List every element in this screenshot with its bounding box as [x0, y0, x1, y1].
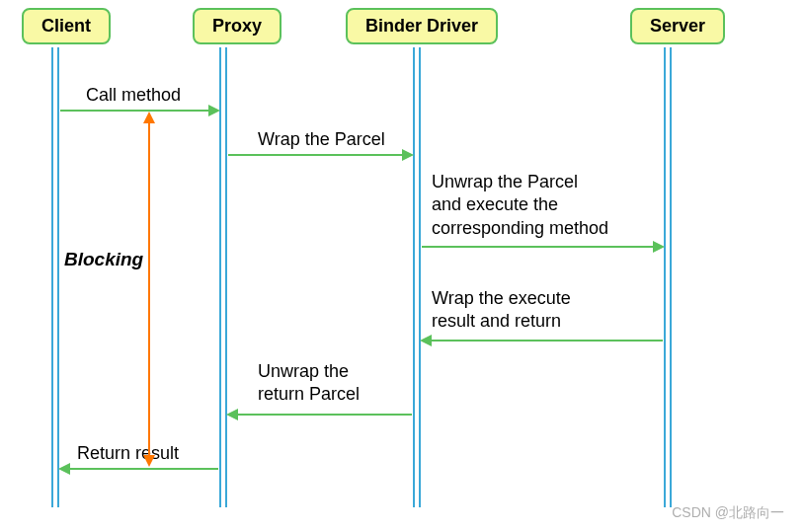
msg-unwrap-ret-l1: Unwrap the [258, 361, 349, 381]
msg-unwrap-ret-arrow [228, 414, 412, 416]
msg-wrap-result-l1: Wrap the execute [432, 288, 571, 308]
msg-wrap-result-l2: result and return [432, 311, 561, 331]
lifeline-client [51, 47, 59, 507]
msg-return-label: Return result [77, 443, 179, 464]
lifeline-server [664, 47, 672, 507]
lifeline-binder [413, 47, 421, 507]
msg-wrap-arrow [228, 154, 412, 156]
participant-server: Server [630, 8, 725, 44]
msg-unwrap-exec-arrow [422, 246, 663, 248]
msg-unwrap-ret-label: Unwrap the return Parcel [258, 360, 360, 407]
msg-return-arrow [60, 468, 218, 470]
participant-binder: Binder Driver [346, 8, 498, 44]
msg-call-label: Call method [86, 85, 181, 106]
msg-wrap-result-label: Wrap the execute result and return [432, 287, 571, 334]
msg-call-arrow [60, 110, 218, 112]
msg-unwrap-exec-l1: Unwrap the Parcel [432, 172, 578, 191]
lifeline-proxy [219, 47, 227, 507]
blocking-label: Blocking [64, 249, 143, 270]
watermark: CSDN @北路向一 [672, 504, 784, 522]
msg-unwrap-exec-label: Unwrap the Parcel and execute the corres… [432, 171, 608, 240]
participant-client: Client [22, 8, 111, 44]
msg-wrap-result-arrow [422, 340, 663, 342]
msg-unwrap-exec-l3: corresponding method [432, 218, 608, 238]
blocking-arrow [148, 114, 150, 465]
msg-unwrap-exec-l2: and execute the [432, 194, 558, 214]
msg-unwrap-ret-l2: return Parcel [258, 384, 360, 404]
msg-wrap-label: Wrap the Parcel [258, 129, 385, 150]
participant-proxy: Proxy [193, 8, 281, 44]
